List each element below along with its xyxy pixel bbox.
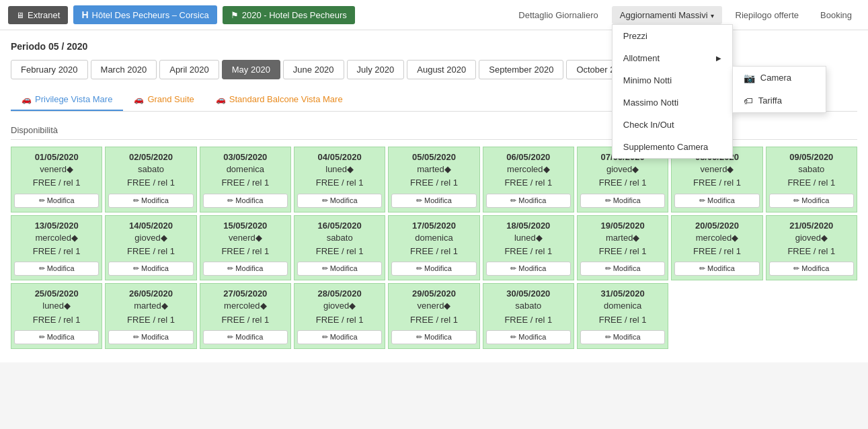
- cell-status: FREE / rel 1: [108, 177, 193, 189]
- menu-prezzi[interactable]: Prezzi: [613, 25, 732, 47]
- modifica-button[interactable]: ✏ Modifica: [203, 330, 288, 344]
- cell-status: FREE / rel 1: [391, 245, 476, 258]
- month-tab-apr[interactable]: April 2020: [159, 60, 219, 79]
- booking-link[interactable]: Booking: [812, 6, 860, 24]
- year-button[interactable]: ⚑ 2020 - Hotel Des Pecheurs: [223, 6, 355, 24]
- modifica-button[interactable]: ✏ Modifica: [486, 194, 571, 208]
- modifica-button[interactable]: ✏ Modifica: [203, 194, 288, 208]
- submenu-camera[interactable]: 📷 Camera: [733, 67, 826, 89]
- month-tab-mar[interactable]: March 2020: [91, 60, 157, 79]
- modifica-button[interactable]: ✏ Modifica: [14, 330, 99, 344]
- month-tab-may[interactable]: May 2020: [222, 60, 280, 79]
- cell-day: gioved◆: [108, 232, 193, 244]
- modifica-button[interactable]: ✏ Modifica: [580, 194, 665, 208]
- modifica-button[interactable]: ✏ Modifica: [297, 194, 382, 208]
- cell-date: 19/05/2020: [580, 220, 665, 232]
- cal-cell-0-3: 04/05/2020 luned◆ FREE / rel 1 ✏ Modific…: [294, 147, 385, 212]
- cell-status: FREE / rel 1: [14, 177, 99, 189]
- modifica-button[interactable]: ✏ Modifica: [297, 330, 382, 344]
- cell-day: venerd◆: [14, 163, 99, 176]
- modifica-button[interactable]: ✏ Modifica: [297, 262, 382, 276]
- modifica-button[interactable]: ✏ Modifica: [580, 262, 665, 276]
- room-tab-privilege[interactable]: 🚗Privilege Vista Mare: [11, 89, 123, 111]
- modifica-button[interactable]: ✏ Modifica: [391, 262, 476, 276]
- modifica-button[interactable]: ✏ Modifica: [14, 194, 99, 208]
- modifica-button[interactable]: ✏ Modifica: [14, 262, 99, 276]
- modifica-button[interactable]: ✏ Modifica: [486, 330, 571, 344]
- menu-minimo[interactable]: Minimo Notti: [613, 69, 732, 91]
- cell-date: 03/05/2020: [203, 151, 288, 163]
- cell-status: FREE / rel 1: [391, 177, 476, 189]
- cell-status: FREE / rel 1: [297, 245, 382, 258]
- cell-date: 09/05/2020: [769, 151, 854, 163]
- cell-date: 06/05/2020: [486, 151, 571, 163]
- cal-cell-0-5: 06/05/2020 mercoled◆ FREE / rel 1 ✏ Modi…: [483, 147, 574, 212]
- cell-date: 13/05/2020: [14, 220, 99, 232]
- modifica-button[interactable]: ✏ Modifica: [674, 194, 759, 208]
- cell-date: 28/05/2020: [297, 288, 382, 300]
- cal-cell-1-3: 16/05/2020 sabato FREE / rel 1 ✏ Modific…: [294, 215, 385, 281]
- submenu-arrow-icon: [716, 54, 721, 62]
- cell-date: 27/05/2020: [203, 288, 288, 300]
- menu-massimo[interactable]: Massimo Notti: [613, 91, 732, 114]
- aggiornamenti-button[interactable]: Aggiornamenti Massivi: [612, 6, 722, 24]
- modifica-button[interactable]: ✏ Modifica: [391, 194, 476, 208]
- cell-day: sabato: [769, 163, 854, 176]
- modifica-button[interactable]: ✏ Modifica: [580, 330, 665, 344]
- riepilogo-link[interactable]: Riepilogo offerte: [727, 6, 807, 24]
- cell-day: domenica: [391, 232, 476, 244]
- modifica-button[interactable]: ✏ Modifica: [108, 262, 193, 276]
- cell-day: marted◆: [391, 163, 476, 176]
- room-icon-standard: 🚗: [216, 95, 226, 104]
- modifica-button[interactable]: ✏ Modifica: [769, 262, 854, 276]
- modifica-button[interactable]: ✏ Modifica: [108, 330, 193, 344]
- cell-day: venerd◆: [203, 232, 288, 244]
- room-tab-grand[interactable]: 🚗Grand Suite: [123, 89, 204, 111]
- menu-allotment[interactable]: Allotment 📷 Camera 🏷 Tariffa: [613, 47, 732, 69]
- modifica-button[interactable]: ✏ Modifica: [769, 194, 854, 208]
- menu-checkin[interactable]: Check In/Out: [613, 114, 732, 136]
- cal-cell-1-6: 19/05/2020 marted◆ FREE / rel 1 ✏ Modifi…: [577, 215, 668, 281]
- cell-date: 17/05/2020: [391, 220, 476, 232]
- cal-cell-2-2: 27/05/2020 mercoled◆ FREE / rel 1 ✏ Modi…: [200, 283, 291, 349]
- cal-cell-2-0: 25/05/2020 luned◆ FREE / rel 1 ✏ Modific…: [11, 283, 102, 349]
- hotel-button[interactable]: H Hôtel Des Pecheurs – Corsica: [73, 5, 216, 24]
- cell-day: sabato: [108, 163, 193, 176]
- cal-cell-0-4: 05/05/2020 marted◆ FREE / rel 1 ✏ Modifi…: [388, 147, 479, 212]
- modifica-button[interactable]: ✏ Modifica: [203, 262, 288, 276]
- cell-status: FREE / rel 1: [391, 314, 476, 326]
- cal-cell-1-8: 21/05/2020 gioved◆ FREE / rel 1 ✏ Modifi…: [766, 215, 857, 281]
- modifica-button[interactable]: ✏ Modifica: [486, 262, 571, 276]
- camera-icon: 📷: [744, 73, 755, 83]
- cell-day: luned◆: [297, 163, 382, 176]
- modifica-button[interactable]: ✏ Modifica: [108, 194, 193, 208]
- cell-date: 14/05/2020: [108, 220, 193, 232]
- extranet-button[interactable]: Extranet: [8, 6, 68, 24]
- month-tab-feb[interactable]: February 2020: [11, 60, 88, 79]
- cell-status: FREE / rel 1: [14, 314, 99, 326]
- month-tab-jun[interactable]: June 2020: [283, 60, 344, 79]
- cell-status: FREE / rel 1: [203, 177, 288, 189]
- month-tab-aug[interactable]: August 2020: [407, 60, 476, 79]
- cell-date: 18/05/2020: [486, 220, 571, 232]
- menu-supplemento[interactable]: Supplemento Camera: [613, 136, 732, 158]
- cal-cell-2-4: 29/05/2020 venerd◆ FREE / rel 1 ✏ Modifi…: [388, 283, 479, 349]
- cell-day: venerd◆: [391, 300, 476, 312]
- cal-cell-2-6: 31/05/2020 domenica FREE / rel 1 ✏ Modif…: [577, 283, 668, 349]
- cal-cell-2-3: 28/05/2020 gioved◆ FREE / rel 1 ✏ Modifi…: [294, 283, 385, 349]
- cal-cell-1-1: 14/05/2020 gioved◆ FREE / rel 1 ✏ Modifi…: [105, 215, 196, 281]
- cal-cell-0-2: 03/05/2020 domenica FREE / rel 1 ✏ Modif…: [200, 147, 291, 212]
- month-tab-sep[interactable]: September 2020: [479, 60, 563, 79]
- cell-date: 01/05/2020: [14, 151, 99, 163]
- caret-icon: [711, 10, 714, 20]
- cell-date: 20/05/2020: [674, 220, 759, 232]
- modifica-button[interactable]: ✏ Modifica: [391, 330, 476, 344]
- cell-date: 26/05/2020: [108, 288, 193, 300]
- dettaglio-link[interactable]: Dettaglio Giornaliero: [510, 6, 606, 24]
- cell-status: FREE / rel 1: [297, 177, 382, 189]
- modifica-button[interactable]: ✏ Modifica: [674, 262, 759, 276]
- allotment-submenu: 📷 Camera 🏷 Tariffa: [732, 66, 826, 113]
- submenu-tariffa[interactable]: 🏷 Tariffa: [733, 89, 826, 112]
- room-tab-standard[interactable]: 🚗Standard Balcone Vista Mare: [205, 89, 354, 111]
- month-tab-jul[interactable]: July 2020: [347, 60, 405, 79]
